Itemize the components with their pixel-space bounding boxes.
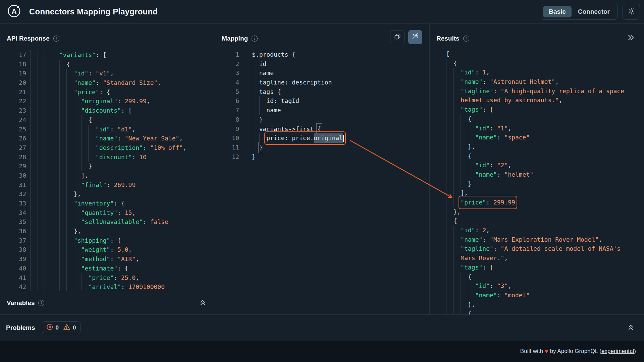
code-line[interactable]: 6id: tagId: [215, 96, 429, 106]
copy-button[interactable]: [390, 30, 405, 44]
code-token: 2: [482, 226, 486, 235]
indent-guides: [252, 124, 259, 134]
results-title: Results: [436, 35, 460, 42]
code-token: "name": [475, 291, 497, 300]
code-line[interactable]: 1$.products {: [215, 50, 429, 59]
code-token: "A high-quality replica of a space: [501, 86, 624, 96]
code-token: :: [143, 217, 150, 227]
code-token: "variants": [59, 50, 96, 60]
warning-count: 0: [73, 324, 76, 331]
code-line[interactable]: 35"sellUnavailable": false: [0, 217, 215, 227]
line-number: 29: [0, 162, 26, 171]
code-line[interactable]: 38"weight": 5.0,: [0, 245, 215, 254]
api-response-editor[interactable]: 17"variants": [18{19"id": "v1",20"name":…: [0, 50, 215, 291]
code-line[interactable]: 8}: [215, 115, 429, 124]
indent-guides: [30, 236, 74, 245]
code-line[interactable]: 33"inventory": {: [0, 199, 215, 208]
info-icon[interactable]: i: [53, 36, 59, 42]
code-token: "Mars Exploration Rover Model": [490, 235, 599, 244]
code-line[interactable]: 20"name": "Standard Size",: [0, 78, 215, 87]
code-line[interactable]: 30],: [0, 171, 215, 180]
indent-guides: [30, 217, 81, 227]
indent-guides: [252, 143, 259, 152]
code-line[interactable]: 39"method": "AIR",: [0, 254, 215, 264]
code-token: : {: [110, 236, 121, 245]
results-expand-button[interactable]: [627, 34, 635, 43]
format-wand-button[interactable]: [408, 30, 422, 44]
code-token: id: tagId: [266, 96, 299, 106]
code-line[interactable]: 41"price": 25.0,: [0, 273, 215, 283]
problems-collapse-button[interactable]: [628, 323, 634, 332]
indent-guides: [30, 60, 66, 69]
code-token: "discount": [96, 153, 132, 162]
code-line[interactable]: 28"discount": 10: [0, 153, 215, 162]
error-count: 0: [56, 324, 59, 331]
code-line[interactable]: 10price: price.original: [215, 133, 429, 143]
experimental-link[interactable]: experimental: [601, 348, 634, 355]
code-line[interactable]: 18{: [0, 60, 215, 69]
code-token: tagline: description: [259, 78, 332, 87]
line-number: 9: [215, 124, 239, 134]
info-icon[interactable]: i: [463, 36, 469, 42]
code-line[interactable]: 32},: [0, 189, 215, 199]
code-token: :: [88, 69, 96, 78]
code-line[interactable]: 7name: [215, 106, 429, 115]
code-token: "tags": [461, 105, 482, 114]
code-line[interactable]: 19"id": "v1",: [0, 69, 215, 78]
code-line[interactable]: 27"description": "10% off",: [0, 143, 215, 153]
variables-collapse-button[interactable]: [200, 299, 206, 307]
info-icon[interactable]: i: [38, 300, 44, 306]
code-line[interactable]: 36},: [0, 227, 215, 236]
mapping-panel: Mapping i 1$.products {2id3name4tagline:…: [215, 24, 429, 314]
theme-toggle-button[interactable]: [623, 4, 640, 20]
code-line[interactable]: 40"estimate": {: [0, 264, 215, 273]
indent-guides: [30, 115, 88, 125]
code-token: "name": [475, 170, 497, 179]
code-token: {: [468, 152, 472, 161]
info-icon[interactable]: i: [252, 36, 258, 42]
code-line[interactable]: 2id: [215, 59, 429, 69]
indent-guides: [446, 96, 461, 105]
code-line[interactable]: 42"arrival": 1709100000: [0, 282, 215, 291]
code-line[interactable]: 5tags {: [215, 87, 429, 97]
code-token: :: [117, 97, 125, 106]
code-line[interactable]: 26"name": "New Year Sale",: [0, 134, 215, 143]
code-line[interactable]: 9variants->first {: [215, 124, 429, 134]
code-line[interactable]: 3name: [215, 68, 429, 78]
code-token: tags {: [259, 87, 281, 97]
code-token: :: [490, 281, 497, 291]
code-token: }: [259, 143, 263, 152]
code-token: "price": [88, 273, 114, 283]
code-token: :: [475, 226, 483, 235]
mode-option-connector[interactable]: Connector: [572, 6, 615, 17]
code-token: ,: [486, 226, 490, 235]
code-line: "tagline": "A high-quality replica of a …: [430, 86, 644, 96]
mode-option-basic[interactable]: Basic: [543, 6, 572, 17]
code-line[interactable]: 12}: [215, 152, 429, 162]
code-line[interactable]: 25"id": "d1",: [0, 125, 215, 134]
code-line[interactable]: 11}: [215, 143, 429, 152]
code-line[interactable]: 4tagline: description: [215, 78, 429, 87]
code-token: "Standard Size": [103, 78, 158, 87]
code-line[interactable]: 22"original": 299.99,: [0, 97, 215, 106]
code-line: "name": "model": [430, 291, 644, 300]
line-number: 1: [215, 50, 239, 59]
mapping-editor[interactable]: 1$.products {2id3name4tagline: descripti…: [215, 50, 429, 298]
code-line[interactable]: 17"variants": [: [0, 50, 215, 60]
code-line[interactable]: 21"price": {: [0, 87, 215, 97]
code-line[interactable]: 24{: [0, 115, 215, 125]
sun-icon: [627, 7, 635, 16]
line-number: 8: [215, 115, 239, 124]
code-line[interactable]: 34"quantity": 15,: [0, 208, 215, 218]
indent-guides: [30, 208, 81, 218]
code-line[interactable]: 37"shipping": {: [0, 236, 215, 245]
code-token: 299.99: [493, 198, 515, 207]
indent-guides: [30, 282, 88, 291]
code-token: ,: [132, 208, 136, 218]
code-line[interactable]: 23"discounts": [: [0, 106, 215, 115]
indent-guides: [252, 96, 266, 106]
code-token: }: [468, 179, 472, 189]
code-line[interactable]: 31"final": 269.99: [0, 180, 215, 190]
code-line[interactable]: 29}: [0, 162, 215, 171]
line-number: 40: [0, 264, 26, 273]
